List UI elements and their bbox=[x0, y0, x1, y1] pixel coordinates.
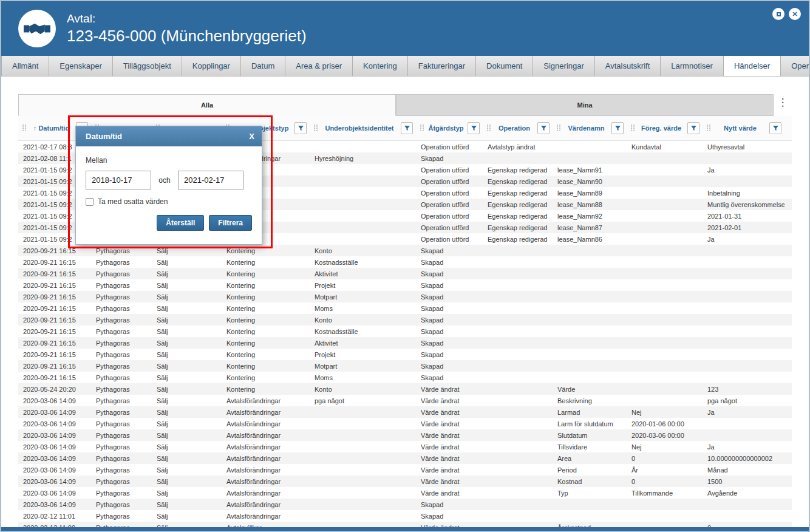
table-row[interactable]: 2020-09-21 16:15PythagorasSäljKonteringA… bbox=[18, 337, 792, 349]
subtab-alla[interactable]: Alla bbox=[18, 94, 396, 116]
tab-allmänt[interactable]: Allmänt bbox=[1, 56, 49, 76]
table-cell: Skapad bbox=[416, 245, 483, 256]
table-cell: Konto bbox=[310, 314, 416, 326]
filter-button[interactable] bbox=[687, 122, 699, 134]
table-row[interactable]: 2020-09-21 16:15PythagorasSäljKonteringM… bbox=[18, 372, 792, 383]
table-row[interactable]: 2020-09-21 16:15PythagorasSäljKonteringP… bbox=[18, 279, 792, 291]
tab-operationer[interactable]: Operationer bbox=[781, 56, 809, 76]
table-row[interactable]: 2020-03-06 14:09PythagorasSäljAvtalsförä… bbox=[18, 395, 792, 406]
table-cell bbox=[553, 291, 627, 302]
table-cell: Egenskap redigerad bbox=[483, 233, 553, 245]
table-cell: Skapad bbox=[416, 372, 483, 383]
table-cell bbox=[483, 279, 553, 291]
column-drag-handle-icon[interactable] bbox=[486, 124, 491, 132]
tab-dokument[interactable]: Dokument bbox=[476, 56, 533, 76]
column-header-underobjektsidentitet[interactable]: Underobjektsidentitet bbox=[310, 116, 416, 140]
table-row[interactable]: 2020-09-21 16:15PythagorasSäljKonteringK… bbox=[18, 245, 792, 256]
table-row[interactable]: 2020-09-21 16:15PythagorasSäljKonteringK… bbox=[18, 326, 792, 337]
table-row[interactable]: 2020-09-21 16:15PythagorasSäljKonteringM… bbox=[18, 302, 792, 314]
include-unset-checkbox[interactable] bbox=[86, 198, 94, 206]
column-drag-handle-icon[interactable] bbox=[706, 124, 711, 132]
close-icon: ✕ bbox=[792, 10, 797, 18]
table-row[interactable]: 2020-03-06 14:09PythagorasSäljAvtalsförä… bbox=[18, 499, 792, 510]
table-cell: Kontering bbox=[222, 245, 310, 256]
filter-apply-button[interactable]: Filtrera bbox=[209, 215, 252, 231]
filter-button[interactable] bbox=[468, 122, 480, 134]
table-row[interactable]: 2020-09-21 16:15PythagorasSäljKonteringP… bbox=[18, 349, 792, 360]
table-row[interactable]: 2020-03-06 14:09PythagorasSäljAvtalsförä… bbox=[18, 418, 792, 429]
table-cell bbox=[703, 291, 784, 302]
tab-signeringar[interactable]: Signeringar bbox=[533, 56, 595, 76]
column-header-åtgärdstyp[interactable]: Åtgärdstyp bbox=[416, 116, 483, 140]
minimize-button[interactable] bbox=[772, 8, 784, 20]
table-cell: Kontering bbox=[222, 279, 310, 291]
filter-button[interactable] bbox=[537, 122, 550, 134]
column-header-nytt-värde[interactable]: Nytt värde bbox=[703, 116, 784, 140]
table-row[interactable]: 2020-03-06 14:09PythagorasSäljAvtalsförä… bbox=[18, 429, 792, 441]
table-cell: 123 bbox=[703, 383, 784, 395]
table-cell: Sälj bbox=[152, 349, 222, 360]
column-drag-handle-icon[interactable] bbox=[22, 124, 27, 132]
table-cell bbox=[310, 187, 416, 199]
column-drag-handle-icon[interactable] bbox=[556, 124, 561, 132]
column-drag-handle-icon[interactable] bbox=[630, 124, 635, 132]
reset-button[interactable]: Återställ bbox=[157, 215, 204, 231]
close-button[interactable]: ✕ bbox=[789, 8, 801, 20]
tab-area-priser[interactable]: Area & priser bbox=[285, 56, 353, 76]
date-from-input[interactable] bbox=[86, 171, 151, 189]
filter-button[interactable] bbox=[294, 122, 307, 134]
table-row[interactable]: 2020-05-24 20:20PythagorasSäljKonteringK… bbox=[18, 383, 792, 395]
column-drag-handle-icon[interactable] bbox=[313, 124, 318, 132]
filter-button[interactable] bbox=[611, 122, 624, 134]
tab-larmnotiser[interactable]: Larmnotiser bbox=[661, 56, 724, 76]
table-row[interactable]: 2020-03-06 14:09PythagorasSäljAvtalsförä… bbox=[18, 441, 792, 452]
column-header-föreg-värde[interactable]: Föreg. värde bbox=[627, 116, 703, 140]
tab-avtalsutskrift[interactable]: Avtalsutskrift bbox=[595, 56, 661, 76]
table-cell: Motpart bbox=[310, 291, 416, 302]
table-row[interactable]: 2020-09-21 16:15PythagorasSäljKonteringK… bbox=[18, 314, 792, 326]
table-row[interactable]: 2020-03-06 14:09PythagorasSäljAvtalsförä… bbox=[18, 487, 792, 499]
table-cell: Sälj bbox=[152, 441, 222, 452]
column-header-label: Operation bbox=[494, 124, 535, 132]
table-row[interactable]: 2020-09-21 16:15PythagorasSäljKonteringM… bbox=[18, 291, 792, 302]
table-row[interactable]: 2020-02-12 11:01PythagorasSäljAvtalsförä… bbox=[18, 510, 792, 522]
subtab-mina[interactable]: Mina bbox=[396, 94, 774, 116]
dialog-title: Datum/tid bbox=[86, 132, 122, 141]
table-cell bbox=[483, 256, 553, 268]
table-row[interactable]: 2020-09-21 16:15PythagorasSäljKonteringM… bbox=[18, 360, 792, 372]
table-cell: Nej bbox=[627, 406, 703, 418]
tab-kopplingar[interactable]: Kopplingar bbox=[182, 56, 241, 76]
table-cell: Pythagoras bbox=[91, 337, 152, 349]
table-row[interactable]: 2020-03-06 14:09PythagorasSäljAvtalsförä… bbox=[18, 464, 792, 476]
table-row[interactable]: 2020-09-21 16:15PythagorasSäljKonteringK… bbox=[18, 256, 792, 268]
kebab-menu-icon[interactable]: ⋮ bbox=[778, 97, 788, 107]
tab-tilläggsobjekt[interactable]: Tilläggsobjekt bbox=[113, 56, 182, 76]
table-cell: Värde ändrat bbox=[416, 476, 483, 487]
table-row[interactable]: 2020-03-06 14:09PythagorasSäljAvtalsförä… bbox=[18, 452, 792, 464]
tab-datum[interactable]: Datum bbox=[241, 56, 285, 76]
tab-händelser[interactable]: Händelser bbox=[724, 56, 781, 76]
column-header-operation[interactable]: Operation bbox=[483, 116, 553, 140]
column-header-label: Värdenamn bbox=[563, 124, 609, 132]
table-cell: 2020-03-06 14:09 bbox=[18, 429, 91, 441]
filter-button[interactable] bbox=[769, 122, 781, 134]
table-row[interactable]: 2020-03-06 14:09PythagorasSäljAvtalsförä… bbox=[18, 406, 792, 418]
table-cell bbox=[627, 222, 703, 233]
table-cell bbox=[553, 349, 627, 360]
tab-kontering[interactable]: Kontering bbox=[353, 56, 408, 76]
table-cell bbox=[553, 302, 627, 314]
table-cell bbox=[627, 199, 703, 210]
tab-faktureringar[interactable]: Faktureringar bbox=[408, 56, 476, 76]
filter-button[interactable] bbox=[401, 122, 413, 134]
tab-egenskaper[interactable]: Egenskaper bbox=[49, 56, 112, 76]
table-cell: Tillkommande bbox=[627, 487, 703, 499]
table-cell: 2020-09-21 16:15 bbox=[18, 372, 91, 383]
column-drag-handle-icon[interactable] bbox=[420, 124, 424, 132]
column-header-värdenamn[interactable]: Värdenamn bbox=[553, 116, 627, 140]
table-row[interactable]: 2020-03-06 14:09PythagorasSäljAvtalsförä… bbox=[18, 476, 792, 487]
table-cell bbox=[483, 314, 553, 326]
date-to-input[interactable] bbox=[178, 171, 243, 189]
table-cell bbox=[310, 510, 416, 522]
table-row[interactable]: 2020-09-21 16:15PythagorasSäljKonteringA… bbox=[18, 268, 792, 279]
dialog-close-button[interactable]: X bbox=[249, 132, 254, 141]
